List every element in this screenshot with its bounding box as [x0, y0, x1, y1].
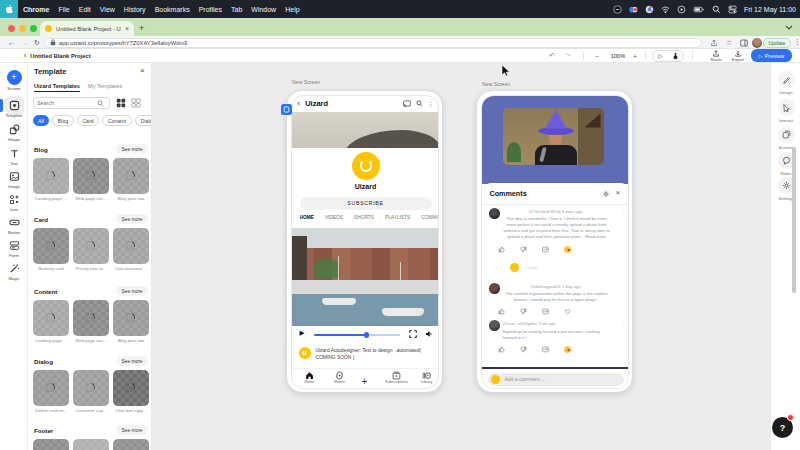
- menu-profiles[interactable]: Profiles: [199, 6, 222, 13]
- template-thumbnail[interactable]: [33, 300, 69, 336]
- status-badge-icon[interactable]: [613, 5, 622, 14]
- template-thumbnail[interactable]: [73, 439, 109, 450]
- gif-reaction-icon[interactable]: [542, 308, 549, 315]
- fullscreen-icon[interactable]: [409, 330, 417, 338]
- tab-my-templates[interactable]: My Templates: [88, 83, 122, 89]
- rail-item-notes[interactable]: Notes: [771, 152, 800, 176]
- rail-item-screens[interactable]: Screens: [771, 126, 800, 150]
- phone-mockup-2[interactable]: Comments × @TheGold Wind 9 days ago The …: [476, 90, 633, 393]
- template-thumbnail[interactable]: [33, 158, 69, 194]
- template-thumbnail[interactable]: [33, 439, 69, 450]
- rail-item-design[interactable]: Design: [771, 71, 800, 95]
- channel-banner-image[interactable]: [292, 112, 439, 148]
- video-menu-icon[interactable]: ⋮: [432, 348, 437, 354]
- apple-icon[interactable]: [6, 5, 13, 13]
- tab-close-icon[interactable]: ×: [125, 25, 129, 32]
- sidebar-item-image[interactable]: Image: [0, 170, 28, 189]
- nav-subscriptions[interactable]: Subscriptions: [382, 371, 412, 385]
- filter-dialog[interactable]: Dialog: [135, 115, 152, 126]
- menu-history[interactable]: History: [124, 6, 146, 13]
- template-thumbnail[interactable]: [113, 300, 149, 336]
- gif-reaction-icon[interactable]: [542, 246, 549, 253]
- hand-tool-button[interactable]: [668, 51, 683, 61]
- sidebar-item-text[interactable]: Text: [0, 147, 28, 166]
- template-thumbnail[interactable]: [113, 439, 149, 450]
- volume-icon[interactable]: [425, 330, 433, 338]
- search-icon[interactable]: [416, 100, 423, 107]
- template-thumbnail[interactable]: [113, 370, 149, 406]
- chrome-app-icon[interactable]: [645, 5, 654, 14]
- meet-app-icon[interactable]: [629, 5, 638, 14]
- browser-tab[interactable]: Untitled Blank Project - Uizard ×: [40, 21, 134, 36]
- preview-button[interactable]: ▷ Preview: [751, 49, 792, 62]
- see-more-button[interactable]: See more: [116, 425, 148, 435]
- filter-all[interactable]: All: [33, 115, 49, 126]
- sidebar-item-form[interactable]: Form: [0, 239, 28, 258]
- template-search[interactable]: [33, 97, 110, 109]
- menu-bookmarks[interactable]: Bookmarks: [155, 6, 190, 13]
- grid-view-filled-icon[interactable]: [116, 98, 126, 108]
- bookmark-star-icon[interactable]: ☆: [726, 38, 732, 47]
- traffic-light-zoom[interactable]: [30, 25, 37, 32]
- reload-button[interactable]: ↻: [34, 38, 40, 47]
- menu-window[interactable]: Window: [251, 6, 276, 13]
- panel-close-icon[interactable]: ×: [140, 66, 145, 75]
- template-thumbnail[interactable]: [73, 158, 109, 194]
- like-icon[interactable]: [498, 308, 505, 315]
- menu-file[interactable]: File: [58, 6, 69, 13]
- see-more-button[interactable]: See more: [116, 214, 148, 224]
- menu-help[interactable]: Help: [285, 6, 299, 13]
- see-more-button[interactable]: See more: [116, 356, 148, 366]
- traffic-light-minimize[interactable]: [19, 25, 26, 32]
- play-icon[interactable]: ▶: [300, 329, 305, 337]
- tab-shorts[interactable]: SHORTS: [354, 215, 374, 225]
- chrome-update-button[interactable]: Update: [763, 38, 791, 49]
- new-tab-button[interactable]: +: [139, 24, 144, 33]
- project-title[interactable]: Untitled Blank Project: [30, 53, 90, 59]
- share-page-icon[interactable]: [710, 39, 718, 47]
- see-more-button[interactable]: See more: [116, 286, 148, 296]
- search-input[interactable]: [37, 100, 97, 106]
- screen-2[interactable]: Comments × @TheGold Wind 9 days ago The …: [481, 95, 629, 389]
- tab-uizard-templates[interactable]: Uizard Templates: [34, 83, 80, 92]
- comment-menu-icon[interactable]: ⋮: [622, 322, 627, 328]
- seek-bar[interactable]: [314, 334, 400, 337]
- laugh-heart-emoji-icon[interactable]: ♥: [564, 246, 572, 254]
- wizard-video-thumbnail[interactable]: [503, 108, 604, 165]
- tab-home[interactable]: HOME: [300, 215, 314, 225]
- template-thumbnail[interactable]: [113, 158, 149, 194]
- screen-label[interactable]: New Screen: [292, 79, 320, 85]
- filter-content[interactable]: Content: [102, 115, 132, 126]
- side-panel-icon[interactable]: [740, 39, 748, 47]
- dislike-icon[interactable]: [520, 308, 527, 315]
- tab-videos[interactable]: VIDEOS: [325, 215, 343, 225]
- menu-edit[interactable]: Edit: [79, 6, 91, 13]
- nav-create[interactable]: +: [350, 371, 380, 389]
- video-list-item[interactable]: u Uizard Autodesigner: Text to design , …: [292, 346, 439, 368]
- control-center-icon[interactable]: [728, 5, 737, 14]
- zoom-out-button[interactable]: −: [595, 50, 599, 62]
- selected-screen-badge[interactable]: [281, 104, 292, 115]
- rail-item-settings[interactable]: Settings: [771, 177, 800, 201]
- filter-card[interactable]: Card: [77, 115, 99, 126]
- filter-blog[interactable]: Blog: [52, 115, 74, 126]
- wifi-icon[interactable]: [661, 5, 670, 14]
- commenter-avatar[interactable]: [489, 320, 500, 331]
- gear-icon[interactable]: [602, 190, 610, 198]
- traffic-light-close[interactable]: [8, 25, 15, 32]
- add-screen-icon[interactable]: +: [7, 70, 22, 85]
- like-icon[interactable]: [498, 346, 505, 353]
- undo-button[interactable]: ↶: [549, 50, 555, 62]
- battery-icon[interactable]: [693, 5, 705, 14]
- screen-label[interactable]: New Screen: [482, 81, 510, 87]
- menu-tab[interactable]: Tab: [231, 6, 242, 13]
- nav-library[interactable]: Library: [412, 371, 439, 385]
- comment-menu-icon[interactable]: ⋮: [622, 210, 627, 216]
- template-thumbnail[interactable]: [33, 370, 69, 406]
- cursor-tool-button[interactable]: ▷: [653, 51, 668, 61]
- back-icon[interactable]: ‹: [298, 99, 301, 108]
- sidebar-item-screen[interactable]: + Screen: [0, 70, 28, 91]
- tab-community[interactable]: COMMUNITY: [421, 215, 438, 225]
- back-to-dashboard-icon[interactable]: ‹: [24, 52, 26, 59]
- scrollbar[interactable]: [792, 147, 796, 293]
